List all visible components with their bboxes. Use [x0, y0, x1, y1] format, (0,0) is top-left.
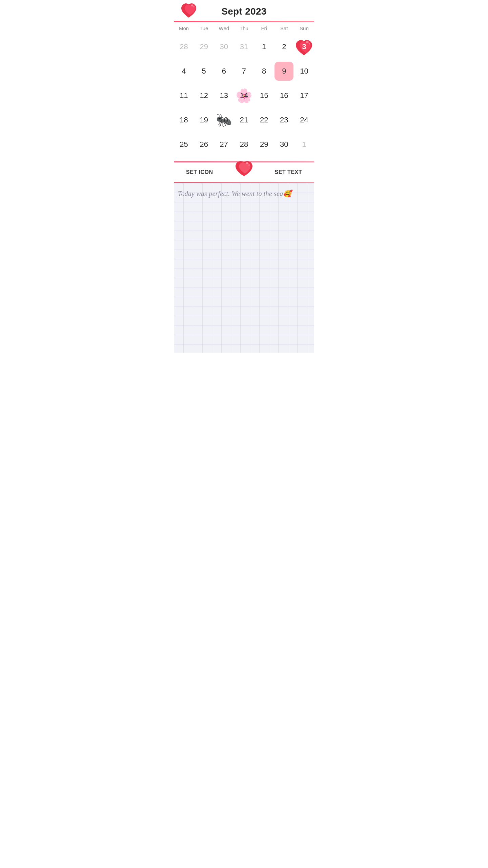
- calendar-day[interactable]: 30: [214, 35, 234, 58]
- day-header-tue: Tue: [194, 25, 214, 31]
- calendar-day[interactable]: 25: [174, 133, 194, 156]
- calendar-day[interactable]: 27: [214, 133, 234, 156]
- calendar-day[interactable]: 2: [274, 35, 294, 58]
- calendar-day[interactable]: 13: [214, 84, 234, 107]
- day-header-sat: Sat: [274, 25, 294, 31]
- calendar-day[interactable]: 23: [274, 108, 294, 132]
- day-header-wed: Wed: [214, 25, 234, 31]
- notes-text: Today was perfect. We went to the sea🥰: [178, 189, 310, 199]
- calendar-day[interactable]: 29: [194, 35, 214, 58]
- svg-point-4: [246, 162, 248, 164]
- calendar-day[interactable]: 28: [234, 133, 254, 156]
- toolbar-heart-icon: [234, 159, 254, 179]
- calendar-day[interactable]: 7: [234, 60, 254, 83]
- calendar-day[interactable]: 21: [234, 108, 254, 132]
- calendar-day[interactable]: 28: [174, 35, 194, 58]
- svg-point-5: [248, 164, 250, 166]
- day-headers-row: Mon Tue Wed Thu Fri Sat Sun: [174, 22, 314, 33]
- calendar-day[interactable]: 17: [294, 84, 314, 107]
- notes-area[interactable]: Today was perfect. We went to the sea🥰: [174, 183, 314, 353]
- calendar-day[interactable]: 18: [174, 108, 194, 132]
- svg-point-1: [193, 6, 195, 7]
- calendar-day[interactable]: 26: [194, 133, 214, 156]
- calendar-day[interactable]: 1: [254, 35, 274, 58]
- calendar-day[interactable]: 10: [294, 60, 314, 83]
- calendar-grid: 28 29 30 31 1 2 3 4 5 6 7 8 9 10 11 12 1…: [174, 33, 314, 160]
- calendar-day[interactable]: 15: [254, 84, 274, 107]
- calendar-day[interactable]: 24: [294, 108, 314, 132]
- svg-point-2: [306, 41, 309, 43]
- set-icon-button[interactable]: SET ICON: [182, 166, 217, 178]
- calendar-day[interactable]: 11: [174, 84, 194, 107]
- calendar-day-3[interactable]: 3: [294, 35, 314, 58]
- calendar-day[interactable]: 12: [194, 84, 214, 107]
- calendar-day[interactable]: 5: [194, 60, 214, 83]
- svg-point-0: [191, 4, 193, 6]
- calendar-day[interactable]: 30: [274, 133, 294, 156]
- set-text-button[interactable]: SET TEXT: [271, 166, 306, 178]
- day-header-mon: Mon: [174, 25, 194, 31]
- header-heart-logo: [179, 0, 198, 21]
- day-header-sun: Sun: [294, 25, 314, 31]
- calendar-day[interactable]: 31: [234, 35, 254, 58]
- calendar-day[interactable]: 6: [214, 60, 234, 83]
- calendar-day[interactable]: 22: [254, 108, 274, 132]
- calendar-day[interactable]: 8: [254, 60, 274, 83]
- calendar-day[interactable]: 19: [194, 108, 214, 132]
- calendar-day[interactable]: 1: [294, 133, 314, 156]
- calendar-day-9[interactable]: 9: [274, 60, 294, 83]
- calendar-day[interactable]: 4: [174, 60, 194, 83]
- svg-point-3: [309, 43, 310, 44]
- toolbar: SET ICON SET TEXT: [174, 162, 314, 182]
- calendar-day[interactable]: 16: [274, 84, 294, 107]
- calendar-day-20[interactable]: 🐜 20: [214, 108, 234, 132]
- calendar-day[interactable]: 29: [254, 133, 274, 156]
- calendar-header: Sept 2023: [174, 0, 314, 21]
- calendar-day-14[interactable]: 🌸 14: [234, 84, 254, 107]
- calendar-title: Sept 2023: [221, 6, 266, 17]
- day-header-fri: Fri: [254, 25, 274, 31]
- day-header-thu: Thu: [234, 25, 254, 31]
